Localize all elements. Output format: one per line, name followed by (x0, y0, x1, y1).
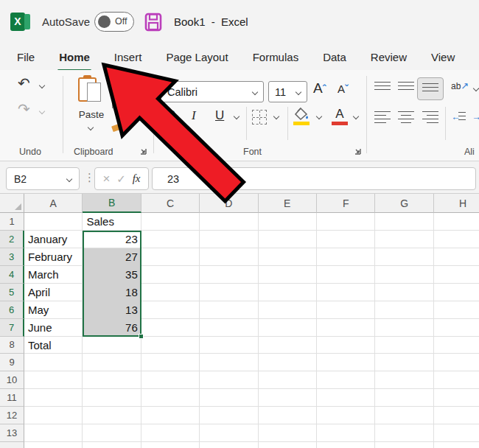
format-painter-icon[interactable] (111, 116, 125, 132)
cell-F4[interactable] (317, 266, 375, 284)
cell-E14[interactable] (259, 442, 317, 448)
tab-page-layout[interactable]: Page Layout (166, 46, 228, 70)
cell-H13[interactable] (434, 424, 479, 442)
cell-E6[interactable] (259, 301, 317, 319)
align-center-icon[interactable] (398, 111, 414, 123)
cell-text-A3[interactable]: February (24, 248, 83, 266)
fill-color-chevron-icon[interactable] (316, 113, 322, 119)
cell-A12[interactable] (24, 407, 83, 424)
row-header-7[interactable]: 7 (0, 319, 24, 337)
row-header-5[interactable]: 5 (0, 284, 24, 301)
cell-C3[interactable] (141, 248, 200, 266)
cell-B14[interactable] (83, 442, 141, 448)
cell-text-B5[interactable]: 18 (83, 284, 141, 301)
cell-G8[interactable] (375, 337, 433, 354)
row-header-11[interactable]: 11 (0, 389, 24, 407)
name-box[interactable]: B2 (6, 167, 80, 190)
cell-C9[interactable] (141, 354, 200, 371)
cell-H14[interactable] (434, 442, 479, 448)
cell-H9[interactable] (434, 354, 479, 371)
tab-review[interactable]: Review (371, 46, 407, 70)
fill-color-icon[interactable] (293, 107, 310, 126)
column-header-H[interactable]: H (434, 194, 479, 213)
cell-text-A5[interactable]: April (24, 284, 83, 301)
cell-E5[interactable] (259, 284, 317, 301)
row-header-12[interactable]: 12 (0, 407, 24, 424)
enter-icon[interactable]: ✓ (116, 172, 126, 186)
cell-B8[interactable] (83, 337, 141, 354)
column-header-G[interactable]: G (375, 194, 433, 213)
underline-button[interactable]: U (215, 108, 224, 123)
column-header-A[interactable]: A (24, 194, 83, 213)
font-name-combobox[interactable]: Calibri (161, 81, 264, 102)
tab-home[interactable]: Home (59, 46, 90, 70)
tab-insert[interactable]: Insert (114, 46, 142, 70)
cell-E3[interactable] (259, 248, 317, 266)
cell-D3[interactable] (200, 248, 258, 266)
cancel-icon[interactable]: × (102, 172, 110, 186)
cell-C5[interactable] (141, 284, 200, 301)
cell-E7[interactable] (259, 319, 317, 337)
cell-C14[interactable] (141, 442, 200, 448)
cell-A14[interactable] (24, 442, 83, 448)
cell-C13[interactable] (141, 424, 200, 442)
cell-F10[interactable] (317, 371, 375, 389)
decrease-font-size-button[interactable]: Aˇ (338, 83, 349, 95)
cell-G10[interactable] (375, 371, 433, 389)
cell-G6[interactable] (375, 301, 433, 319)
cell-D5[interactable] (200, 284, 258, 301)
tab-formulas[interactable]: Formulas (253, 46, 299, 70)
column-header-D[interactable]: D (200, 194, 258, 213)
cell-G1[interactable] (375, 213, 433, 231)
copy-icon[interactable] (112, 94, 124, 108)
cell-F2[interactable] (317, 231, 375, 248)
undo-dropdown-chevron-icon[interactable] (39, 83, 45, 88)
orientation-icon[interactable]: ab↗ (451, 80, 469, 91)
autosave-toggle[interactable]: Off (94, 12, 134, 32)
cell-H1[interactable] (434, 213, 479, 231)
cell-D8[interactable] (200, 337, 258, 354)
cell-G9[interactable] (375, 354, 433, 371)
cell-E2[interactable] (259, 231, 317, 248)
borders-chevron-icon[interactable] (273, 113, 279, 119)
cell-B13[interactable] (83, 424, 141, 442)
cell-D14[interactable] (200, 442, 258, 448)
save-icon[interactable] (144, 13, 162, 32)
cell-G5[interactable] (375, 284, 433, 301)
align-right-icon[interactable] (422, 111, 438, 123)
row-header-13[interactable]: 13 (0, 424, 24, 442)
row-header-3[interactable]: 3 (0, 248, 24, 266)
cell-text-A6[interactable]: May (24, 301, 83, 319)
row-header-6[interactable]: 6 (0, 301, 24, 319)
cell-H10[interactable] (434, 371, 479, 389)
undo-icon[interactable]: ↶ (18, 76, 30, 91)
cell-C7[interactable] (141, 319, 200, 337)
cell-C1[interactable] (141, 213, 200, 231)
cell-F1[interactable] (317, 213, 375, 231)
cell-H12[interactable] (434, 407, 479, 424)
cell-text-B1[interactable]: Sales (83, 213, 141, 231)
underline-chevron-icon[interactable] (234, 113, 240, 119)
cell-E4[interactable] (259, 266, 317, 284)
cell-C6[interactable] (141, 301, 200, 319)
cell-E12[interactable] (259, 407, 317, 424)
cell-E10[interactable] (259, 371, 317, 389)
italic-button[interactable]: I (192, 108, 196, 123)
cell-G14[interactable] (375, 442, 433, 448)
row-header-2[interactable]: 2 (0, 231, 24, 248)
cell-C8[interactable] (141, 337, 200, 354)
cell-F11[interactable] (317, 389, 375, 407)
formula-input[interactable]: 23 (152, 167, 476, 190)
increase-font-size-button[interactable]: Aˆ (313, 80, 326, 97)
column-header-B[interactable]: B (83, 194, 141, 213)
cell-A1[interactable] (24, 213, 83, 231)
cell-F8[interactable] (317, 337, 375, 354)
cell-text-A4[interactable]: March (24, 266, 83, 284)
cell-G11[interactable] (375, 389, 433, 407)
cell-E9[interactable] (259, 354, 317, 371)
tab-file[interactable]: File (17, 46, 35, 70)
cell-D7[interactable] (200, 319, 258, 337)
cell-A9[interactable] (24, 354, 83, 371)
cell-F13[interactable] (317, 424, 375, 442)
cell-F6[interactable] (317, 301, 375, 319)
